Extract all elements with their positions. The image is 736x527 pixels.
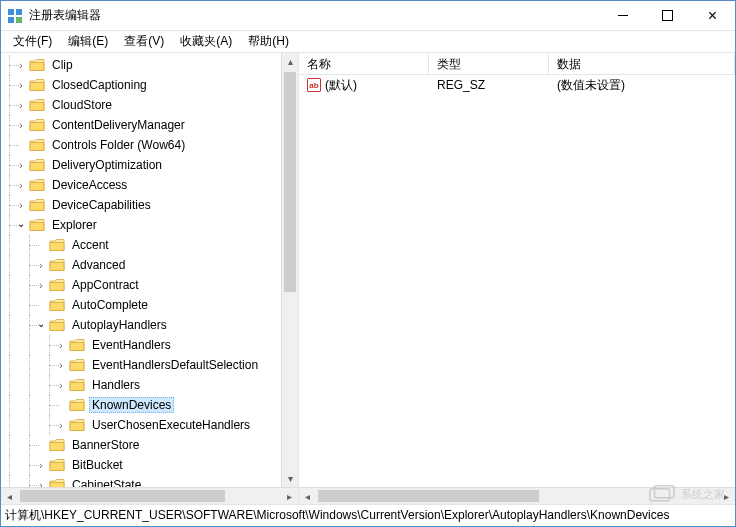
tree-item-autoplayhandlers[interactable]: ⌄AutoplayHandlers [1,315,281,335]
tree-item-eventhandlers[interactable]: ›EventHandlers [1,335,281,355]
tree-item-contentdeliverymanager[interactable]: ›ContentDeliveryManager [1,115,281,135]
tree-item-label: BannerStore [69,437,142,453]
folder-icon [29,198,45,212]
tree-item-controls-folder-wow64-[interactable]: ›Controls Folder (Wow64) [1,135,281,155]
chevron-right-icon[interactable]: › [35,480,47,488]
folder-icon [69,378,85,392]
svg-point-4 [16,17,22,23]
tree-item-advanced[interactable]: ›Advanced [1,255,281,275]
folder-icon [69,418,85,432]
column-type[interactable]: 类型 [429,53,549,74]
tree-panel: ›Clip›ClosedCaptioning›CloudStore›Conten… [1,53,299,504]
folder-icon [29,58,45,72]
folder-icon [49,258,65,272]
folder-icon [29,78,45,92]
status-path: 计算机\HKEY_CURRENT_USER\SOFTWARE\Microsoft… [5,507,669,524]
menu-bar: 文件(F) 编辑(E) 查看(V) 收藏夹(A) 帮助(H) [1,31,735,53]
tree-scroll-area[interactable]: ›Clip›ClosedCaptioning›CloudStore›Conten… [1,53,281,487]
scroll-left-icon[interactable]: ◂ [299,488,316,505]
tree-item-label: Explorer [49,217,100,233]
value-row[interactable]: ab(默认)REG_SZ(数值未设置) [299,75,735,95]
tree-item-explorer[interactable]: ⌄Explorer [1,215,281,235]
scroll-up-icon[interactable]: ▴ [282,53,298,70]
list-header: 名称 类型 数据 [299,53,735,75]
chevron-right-icon[interactable]: › [55,420,67,431]
tree-item-cloudstore[interactable]: ›CloudStore [1,95,281,115]
tree-item-label: BitBucket [69,457,126,473]
chevron-right-icon[interactable]: › [35,460,47,471]
tree-item-label: EventHandlersDefaultSelection [89,357,261,373]
folder-icon [29,138,45,152]
menu-help[interactable]: 帮助(H) [240,31,297,52]
folder-icon [69,398,85,412]
chevron-right-icon[interactable]: › [15,60,27,71]
tree-item-bitbucket[interactable]: ›BitBucket [1,455,281,475]
chevron-right-icon[interactable]: › [15,100,27,111]
value-type: REG_SZ [429,78,549,92]
tree-item-deliveryoptimization[interactable]: ›DeliveryOptimization [1,155,281,175]
tree-item-label: ContentDeliveryManager [49,117,188,133]
value-name: (默认) [325,77,357,94]
scroll-down-icon[interactable]: ▾ [282,470,298,487]
tree-item-knowndevices[interactable]: ›KnownDevices [1,395,281,415]
folder-icon [29,118,45,132]
tree-item-label: Controls Folder (Wow64) [49,137,188,153]
folder-icon [49,438,65,452]
scroll-right-icon[interactable]: ▸ [718,488,735,505]
tree-horizontal-scrollbar[interactable]: ◂ ▸ [1,487,298,504]
scroll-left-icon[interactable]: ◂ [1,488,18,505]
chevron-right-icon[interactable]: › [35,260,47,271]
tree-vertical-scrollbar[interactable]: ▴ ▾ [281,53,298,487]
tree-item-label: UserChosenExecuteHandlers [89,417,253,433]
folder-icon [29,218,45,232]
tree-item-handlers[interactable]: ›Handlers [1,375,281,395]
menu-favorites[interactable]: 收藏夹(A) [172,31,240,52]
tree-item-label: KnownDevices [89,397,174,413]
tree-item-userchosenexecutehandlers[interactable]: ›UserChosenExecuteHandlers [1,415,281,435]
minimize-button[interactable] [600,1,645,30]
tree-item-eventhandlersdefaultselection[interactable]: ›EventHandlersDefaultSelection [1,355,281,375]
scroll-right-icon[interactable]: ▸ [281,488,298,505]
values-list[interactable]: ab(默认)REG_SZ(数值未设置) [299,75,735,487]
tree-item-bannerstore[interactable]: ›BannerStore [1,435,281,455]
chevron-right-icon[interactable]: › [15,200,27,211]
status-bar: 计算机\HKEY_CURRENT_USER\SOFTWARE\Microsoft… [1,504,735,526]
close-button[interactable]: × [690,1,735,30]
tree-item-closedcaptioning[interactable]: ›ClosedCaptioning [1,75,281,95]
chevron-right-icon[interactable]: › [15,160,27,171]
chevron-right-icon[interactable]: › [55,340,67,351]
tree-item-autocomplete[interactable]: ›AutoComplete [1,295,281,315]
chevron-right-icon[interactable]: › [35,280,47,291]
menu-edit[interactable]: 编辑(E) [60,31,116,52]
menu-file[interactable]: 文件(F) [5,31,60,52]
folder-icon [49,238,65,252]
chevron-right-icon[interactable]: › [15,120,27,131]
folder-icon [49,478,65,487]
chevron-right-icon[interactable]: › [55,380,67,391]
folder-icon [69,338,85,352]
menu-view[interactable]: 查看(V) [116,31,172,52]
chevron-down-icon[interactable]: ⌄ [35,318,47,329]
tree-item-deviceaccess[interactable]: ›DeviceAccess [1,175,281,195]
tree-item-accent[interactable]: ›Accent [1,235,281,255]
tree-item-label: Handlers [89,377,143,393]
folder-icon [49,298,65,312]
tree-item-clip[interactable]: ›Clip [1,55,281,75]
folder-icon [29,98,45,112]
string-value-icon: ab [307,78,321,92]
chevron-right-icon[interactable]: › [55,360,67,371]
svg-rect-1 [16,9,22,15]
values-panel: 名称 类型 数据 ab(默认)REG_SZ(数值未设置) ◂ ▸ [299,53,735,504]
tree-item-devicecapabilities[interactable]: ›DeviceCapabilities [1,195,281,215]
column-name[interactable]: 名称 [299,53,429,74]
chevron-right-icon[interactable]: › [15,80,27,91]
tree-item-cabinetstate[interactable]: ›CabinetState [1,475,281,487]
registry-tree: ›Clip›ClosedCaptioning›CloudStore›Conten… [1,53,281,487]
column-data[interactable]: 数据 [549,53,735,74]
list-horizontal-scrollbar[interactable]: ◂ ▸ [299,487,735,504]
tree-item-label: ClosedCaptioning [49,77,150,93]
maximize-button[interactable] [645,1,690,30]
tree-item-appcontract[interactable]: ›AppContract [1,275,281,295]
chevron-down-icon[interactable]: ⌄ [15,218,27,229]
chevron-right-icon[interactable]: › [15,180,27,191]
